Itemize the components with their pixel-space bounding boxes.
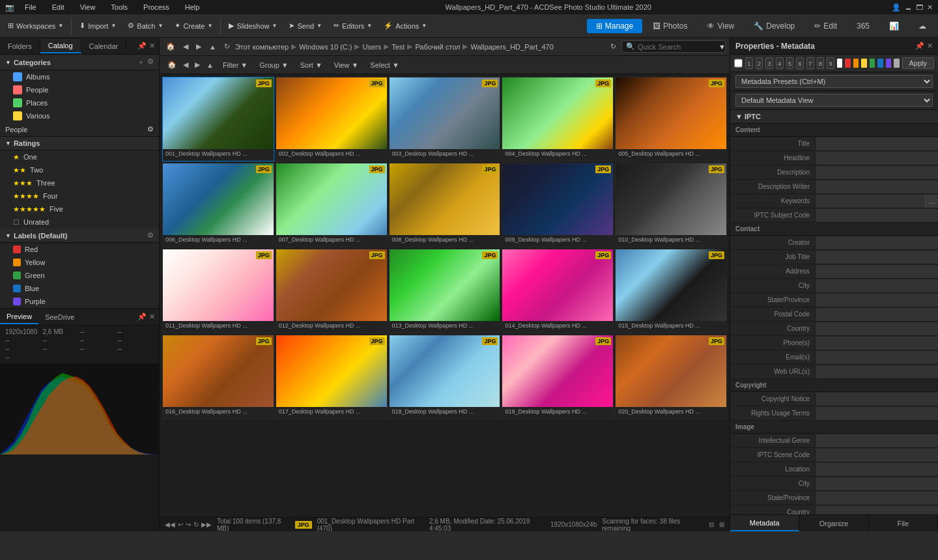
ratings-header[interactable]: ▼ Ratings (0, 137, 159, 150)
slideshow-button[interactable]: ▶ Slideshow ▼ (223, 20, 282, 32)
image-item-001[interactable]: JPG001_Desktop Wallpapers HD ... (162, 77, 274, 161)
search-box[interactable]: 🔍 ▼ (621, 40, 726, 53)
view-button[interactable]: View ▼ (329, 60, 364, 70)
add-category-icon[interactable]: ＋ (137, 57, 145, 67)
iptc-jobtitle-input[interactable] (815, 251, 938, 264)
iptc-rights-input[interactable] (815, 407, 938, 420)
select-button[interactable]: Select ▼ (365, 60, 404, 70)
actions-button[interactable]: ⚡ Actions ▼ (378, 20, 432, 32)
iptc-address-input[interactable] (815, 265, 938, 278)
nav-refresh2-button[interactable]: ↻ (608, 41, 619, 52)
tab-file[interactable]: File (869, 515, 938, 531)
purple-swatch[interactable] (886, 59, 891, 68)
pin-icon[interactable]: 📌 (137, 313, 147, 321)
refresh-icon[interactable]: ↻ (193, 521, 199, 528)
iptc-weburl-input[interactable] (815, 365, 938, 378)
image-item-013[interactable]: JPG013_Desktop Wallpapers HD ... (389, 249, 501, 333)
search-dropdown-icon[interactable]: ▼ (718, 43, 726, 51)
rating-2[interactable]: ★★ Two (0, 163, 159, 176)
tab-metadata[interactable]: Metadata (730, 515, 799, 531)
iptc-imgcountry-input[interactable] (815, 506, 938, 515)
image-item-004[interactable]: JPG004_Desktop Wallpapers HD ... (502, 77, 614, 161)
nav-back2-button[interactable]: ◀ (180, 59, 191, 70)
tab-calendar[interactable]: Calendar (81, 40, 127, 53)
image-item-017[interactable]: JPG017_Desktop Wallpapers HD ... (276, 335, 388, 419)
nav-refresh-button[interactable]: ↻ (221, 41, 233, 52)
breadcrumb-users[interactable]: Users (362, 43, 381, 51)
rating-3[interactable]: ★★★ Three (0, 176, 159, 189)
num-btn-8[interactable]: 8 (817, 57, 825, 69)
red-swatch[interactable] (845, 59, 850, 68)
num-btn-2[interactable]: 2 (756, 57, 763, 69)
workspaces-button[interactable]: ⊞ Workspaces ▼ (3, 20, 68, 32)
import-button[interactable]: ⬇ Import ▼ (74, 20, 121, 32)
iptc-creator-input[interactable] (815, 236, 938, 249)
num-btn-4[interactable]: 4 (776, 57, 784, 69)
tab-organize[interactable]: Organize (799, 515, 868, 531)
menu-view[interactable]: View (75, 2, 101, 12)
tab-manage[interactable]: ⊞ Manage (587, 19, 642, 33)
nav-back-button[interactable]: ◀ (180, 41, 191, 52)
category-various[interactable]: Various (0, 109, 159, 122)
nav-home2-button[interactable]: 🏠 (165, 59, 179, 70)
tab-photos[interactable]: 🖼 Photos (644, 19, 696, 33)
num-btn-7[interactable]: 7 (806, 57, 814, 69)
iptc-keywords-input[interactable] (815, 195, 925, 208)
gray-swatch[interactable] (894, 59, 899, 68)
num-btn-9[interactable]: 9 (827, 57, 834, 69)
categories-header[interactable]: ▼ Categories ＋ ⚙ (0, 55, 159, 70)
image-item-010[interactable]: JPG010_Desktop Wallpapers HD ... (615, 163, 727, 247)
rotate-right-icon[interactable]: ↪ (186, 521, 191, 528)
tab-folders[interactable]: Folders (0, 40, 40, 53)
rating-1[interactable]: ★ One (0, 150, 159, 163)
filter-button[interactable]: Filter ▼ (218, 60, 253, 70)
label-blue[interactable]: Blue (0, 282, 159, 295)
maximize-button[interactable]: 🗖 (916, 3, 923, 12)
iptc-intellgenre-input[interactable] (815, 434, 938, 447)
iptc-header[interactable]: ▼ IPTC (730, 110, 938, 124)
image-item-020[interactable]: JPG020_Desktop Wallpapers HD ... (615, 335, 727, 419)
num-btn-3[interactable]: 3 (765, 57, 773, 69)
close-icon[interactable]: ✕ (149, 42, 155, 50)
yellow-swatch[interactable] (861, 59, 866, 68)
green-swatch[interactable] (870, 59, 875, 68)
group-button[interactable]: Group ▼ (254, 60, 293, 70)
search-input[interactable] (638, 43, 716, 51)
image-item-014[interactable]: JPG014_Desktop Wallpapers HD ... (502, 249, 614, 333)
batch-button[interactable]: ⚙ Batch ▼ (122, 20, 168, 32)
keywords-expand-button[interactable]: … (925, 195, 938, 208)
close-panel-icon[interactable]: ✕ (149, 313, 155, 321)
tab-seedrive[interactable]: SeeDrive (38, 311, 81, 324)
nav-up2-button[interactable]: ▲ (204, 60, 216, 70)
white-swatch[interactable] (837, 59, 842, 68)
nav-forward-button[interactable]: ▶ (193, 41, 204, 52)
iptc-email-input[interactable] (815, 351, 938, 364)
breadcrumb-desktop[interactable]: Рабочий стол (415, 43, 460, 51)
label-green[interactable]: Green (0, 269, 159, 282)
gear-icon[interactable]: ⚙ (147, 57, 154, 67)
iptc-city-input[interactable] (815, 279, 938, 292)
menu-tools[interactable]: Tools (106, 2, 133, 12)
rating-unrated[interactable]: ☐ Unrated (0, 216, 159, 229)
pin-icon[interactable]: 📌 (915, 42, 924, 50)
iptc-descwriter-input[interactable] (815, 180, 938, 193)
presets-select[interactable]: Metadata Presets (Ctrl+M) (735, 75, 933, 88)
minimize-button[interactable]: 🗕 (905, 3, 912, 12)
statusbar-icon1[interactable]: ⊟ (709, 521, 714, 528)
category-albums[interactable]: Albums (0, 70, 159, 83)
category-people[interactable]: People (0, 83, 159, 96)
default-view-select[interactable]: Default Metadata View (735, 94, 933, 107)
menu-help[interactable]: Help (180, 2, 205, 12)
iptc-phone-input[interactable] (815, 337, 938, 350)
editors-button[interactable]: ✏ Editors ▼ (328, 20, 377, 32)
tab-view[interactable]: 👁 View (698, 19, 743, 33)
nav-fwd2-button[interactable]: ▶ (192, 59, 203, 70)
rating-4[interactable]: ★★★★ Four (0, 189, 159, 203)
send-button[interactable]: ➤ Send ▼ (283, 20, 327, 32)
iptc-postal-input[interactable] (815, 308, 938, 321)
labels-header[interactable]: ▼ Labels (Default) ⚙ (0, 229, 159, 243)
tab-develop[interactable]: 🔧 Develop (745, 19, 804, 33)
image-item-006[interactable]: JPG006_Desktop Wallpapers HD ... (162, 163, 274, 247)
iptc-imgstate-input[interactable] (815, 492, 938, 505)
image-item-007[interactable]: JPG007_Desktop Wallpapers HD ... (276, 163, 388, 247)
